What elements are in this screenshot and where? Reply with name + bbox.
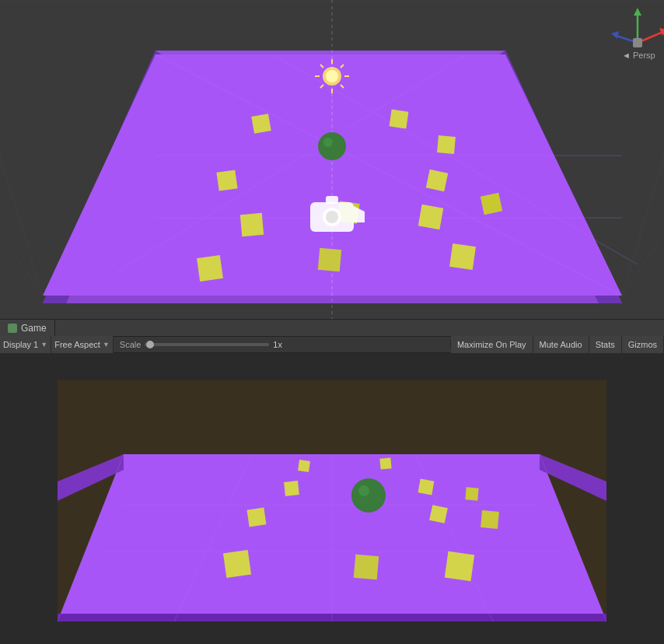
svg-rect-70 (379, 457, 391, 469)
scale-slider[interactable] (145, 343, 269, 346)
game-tab-label: Game (21, 323, 47, 334)
game-tab[interactable]: Game (0, 320, 55, 337)
svg-rect-17 (216, 170, 237, 191)
svg-rect-77 (223, 550, 251, 578)
svg-rect-15 (390, 110, 409, 129)
svg-rect-41 (326, 196, 338, 204)
svg-rect-22 (481, 193, 502, 215)
stats-button[interactable]: Stats (589, 336, 622, 353)
scale-label: Scale (120, 340, 142, 349)
svg-point-26 (318, 132, 346, 160)
maximize-on-play-button[interactable]: Maximize On Play (451, 336, 533, 353)
svg-rect-24 (318, 248, 341, 271)
svg-rect-74 (247, 508, 267, 527)
aspect-arrow-icon: ▼ (103, 341, 110, 348)
game-toolbar: Display 1 ▼ Free Aspect ▼ Scale 1x Maxim… (0, 336, 664, 353)
svg-rect-76 (481, 510, 499, 529)
svg-point-40 (326, 211, 338, 223)
svg-rect-73 (465, 487, 478, 500)
game-view (0, 353, 664, 644)
svg-rect-19 (240, 213, 264, 236)
svg-point-27 (323, 138, 333, 147)
gizmos-button[interactable]: Gizmos (622, 336, 664, 353)
aspect-dropdown[interactable]: Free Aspect ▼ (51, 336, 114, 353)
svg-rect-18 (426, 170, 448, 191)
svg-rect-75 (429, 505, 448, 523)
svg-rect-14 (251, 114, 271, 133)
svg-rect-72 (418, 479, 435, 495)
game-viewport (58, 380, 606, 621)
svg-rect-49 (633, 38, 642, 47)
svg-rect-79 (445, 551, 474, 581)
display-dropdown[interactable]: Display 1 ▼ (0, 336, 51, 353)
display-label: Display 1 (3, 340, 38, 349)
svg-point-81 (358, 485, 369, 496)
scale-value: 1x (273, 340, 282, 349)
svg-rect-23 (197, 255, 223, 282)
scale-area: Scale 1x (114, 340, 451, 349)
svg-rect-21 (418, 205, 443, 229)
svg-point-29 (326, 70, 338, 82)
svg-rect-16 (437, 135, 456, 154)
svg-rect-25 (449, 243, 476, 270)
scene-view: ◄ Persp (0, 0, 664, 319)
svg-rect-78 (354, 555, 379, 580)
svg-text:◄ Persp: ◄ Persp (622, 51, 655, 60)
display-arrow-icon: ▼ (40, 341, 47, 348)
game-tab-icon (8, 324, 17, 333)
aspect-label: Free Aspect (54, 340, 100, 349)
mute-audio-button[interactable]: Mute Audio (533, 336, 589, 353)
scale-thumb (146, 341, 154, 348)
game-tabbar: Game (0, 319, 664, 336)
svg-point-80 (351, 478, 386, 513)
svg-rect-71 (284, 481, 299, 496)
svg-rect-69 (298, 460, 310, 472)
